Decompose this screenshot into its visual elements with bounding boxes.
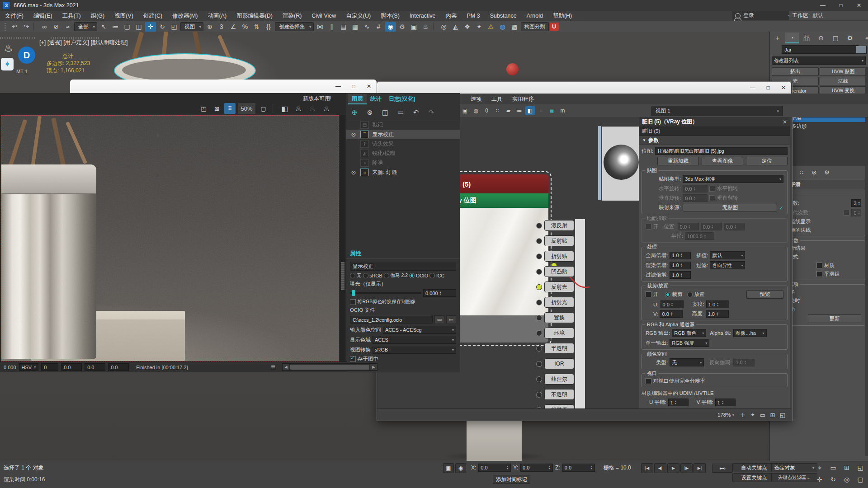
modify-tab[interactable]: ◔ xyxy=(785,33,799,43)
zoom-all-icon[interactable]: ⊞ xyxy=(841,462,853,473)
close-button[interactable]: ✕ xyxy=(776,82,791,93)
menu-item[interactable]: Civil View xyxy=(307,11,341,21)
previous-frame-button[interactable]: ◀| xyxy=(654,463,666,473)
menu-item[interactable]: 图形编辑器(D) xyxy=(231,11,278,21)
eye-icon[interactable]: ⊙ xyxy=(350,169,357,176)
key-filters-button[interactable]: 关键点过滤器... xyxy=(771,473,817,482)
filter-mult-spinner[interactable]: 1.0▲▼ xyxy=(670,271,691,279)
menu-item[interactable]: 自定义(U) xyxy=(341,11,376,21)
input-socket[interactable] xyxy=(536,223,542,229)
create-tab[interactable]: + xyxy=(771,33,784,43)
update-button[interactable]: 更新 xyxy=(808,314,861,323)
render-iterations-spinner[interactable]: 0▲▼ xyxy=(851,209,861,216)
add-time-tag-button[interactable]: 添加时间标记 xyxy=(493,475,530,484)
preview-button[interactable]: 预览 xyxy=(746,290,783,299)
view-tab[interactable]: 视图 1▾ xyxy=(651,106,783,116)
layer-row[interactable]: ▤ 戳记 xyxy=(346,120,460,130)
save-layer-tree-icon[interactable]: ◫ xyxy=(380,107,391,118)
minimize-button[interactable]: — xyxy=(330,81,346,92)
menu-item[interactable]: PM 3 xyxy=(462,11,485,21)
menu-item[interactable]: 文件(F) xyxy=(0,11,28,21)
reference-coordinate-dropdown[interactable]: 视图 xyxy=(180,22,203,31)
selection-filter-dropdown[interactable]: 全部 xyxy=(74,22,97,31)
menu-icon[interactable]: ≣ xyxy=(271,364,276,371)
input-socket[interactable] xyxy=(536,330,542,336)
menu-item[interactable]: 内容 xyxy=(441,11,462,21)
input-socket-row[interactable]: 菲涅尔 xyxy=(536,374,574,385)
input-socket-row[interactable]: 反射光 xyxy=(536,282,574,292)
make-unique-icon[interactable]: ∷ xyxy=(797,168,806,176)
select-and-scale-icon[interactable]: ◰ xyxy=(169,22,179,32)
vfb-panel-tab[interactable]: 图层 xyxy=(348,94,367,104)
select-object-icon[interactable]: ↖ xyxy=(98,22,109,32)
qr-code-icon[interactable]: ▩ xyxy=(509,22,520,32)
undo-icon[interactable]: ↶ xyxy=(9,22,20,32)
v-rotation-spinner[interactable]: 0.0▲▼ xyxy=(683,194,708,202)
bitmap-path-field[interactable]: H:\贴图\脏旧黑白图\脏旧 (5).jpg xyxy=(655,147,788,155)
vfb-vertical-scrollbar[interactable] xyxy=(340,115,345,361)
plugin-toolbar-icon[interactable]: ✦ xyxy=(474,22,485,32)
object-name-field[interactable]: Jar xyxy=(782,45,859,54)
zoom-icon[interactable]: ⌖ xyxy=(748,410,758,419)
scroll-right-arrow[interactable]: ▶ xyxy=(370,364,377,370)
zoom-50-button[interactable]: 50% xyxy=(237,103,256,114)
parameters-rollout[interactable]: ▼ 参数 xyxy=(639,136,790,145)
set-keys-button[interactable]: ⊷ xyxy=(712,464,733,473)
mapping-source-button[interactable]: 无贴图 xyxy=(683,204,777,211)
menu-item[interactable]: 帮助(H) xyxy=(548,11,577,21)
minimize-button[interactable]: — xyxy=(745,82,760,93)
named-selection-sets-dropdown[interactable]: 创建选择集 xyxy=(275,22,314,31)
login-circle-icon[interactable]: ◍ xyxy=(497,22,508,32)
clear-image-icon[interactable]: ⊠ xyxy=(211,103,222,114)
input-socket[interactable] xyxy=(536,376,542,382)
pos-z-spinner[interactable]: 0.0▲▼ xyxy=(724,223,745,230)
maximize-button[interactable]: □ xyxy=(760,82,776,93)
selection-lock-toggle[interactable]: ◉ xyxy=(455,463,466,473)
layer-row[interactable]: ◭ 锐化/模糊 xyxy=(346,149,460,158)
pan-icon[interactable]: ✛ xyxy=(814,474,826,485)
iterations-spinner[interactable]: 3▲▼ xyxy=(851,199,861,207)
redo-icon[interactable]: ↷ xyxy=(21,22,32,32)
color-mode-radio[interactable] xyxy=(350,273,355,278)
vfb-title-bar[interactable]: — □ ✕ xyxy=(70,80,377,93)
schematic-view-icon[interactable]: # xyxy=(373,22,384,32)
input-socket-row[interactable]: 不透明 xyxy=(536,389,574,400)
locate-button[interactable]: 定位 xyxy=(746,157,788,165)
pos-y-spinner[interactable]: 0.0▲▼ xyxy=(701,223,722,230)
modifier-button[interactable]: 挤出 xyxy=(772,67,819,76)
input-socket-row[interactable]: 环境 xyxy=(536,328,574,338)
render-ghost-icon[interactable]: ♨ xyxy=(307,103,319,114)
input-colorspace-dropdown[interactable]: ACES - ACEScg xyxy=(383,326,456,334)
eye-icon[interactable]: ⊙ xyxy=(350,131,357,138)
layer-row[interactable]: ⊙ ☼ 来源: 灯混 xyxy=(346,168,460,177)
alpha-source-dropdown[interactable]: 图像…ha xyxy=(733,329,767,337)
vfb-panel-tab[interactable]: 日志[汉化] xyxy=(385,94,419,104)
map-type-dropdown[interactable]: 3ds Max 标准 xyxy=(683,175,783,183)
modifier-button[interactable]: 法线 xyxy=(820,77,867,85)
vfb-settings-icon[interactable]: ⠿ xyxy=(224,103,236,114)
close-icon[interactable]: ✕ xyxy=(783,119,787,125)
menu-item[interactable]: 编辑(E) xyxy=(28,11,57,21)
angle-snap-icon[interactable]: ∠ xyxy=(228,22,239,32)
zoom-icon[interactable]: ⌖ xyxy=(814,462,826,473)
color-mode-radio[interactable] xyxy=(429,273,435,278)
close-button[interactable]: ✕ xyxy=(361,81,377,92)
modifier-list-dropdown[interactable]: 修改器列表 xyxy=(772,56,866,65)
hierarchy-tab[interactable]: 品 xyxy=(800,33,813,43)
ocio-path-field[interactable]: C:\aces_1.2\config.ocio xyxy=(350,316,433,324)
height-spinner[interactable]: 1.0▲▼ xyxy=(706,310,729,318)
width-spinner[interactable]: 1.0▲▼ xyxy=(706,300,729,308)
v-tile-spinner[interactable]: 1▲▼ xyxy=(715,399,736,406)
bake-checkbox[interactable] xyxy=(350,356,356,362)
layer-list-icon[interactable]: ≔ xyxy=(395,107,406,118)
input-socket[interactable] xyxy=(536,269,542,275)
render-production-icon[interactable]: ♨ xyxy=(321,103,333,114)
go-to-start-button[interactable]: |◀ xyxy=(641,463,653,473)
maximize-viewport-icon[interactable]: ▢ xyxy=(854,474,866,485)
percent-snap-icon[interactable]: % xyxy=(240,22,250,32)
rectangular-selection-icon[interactable]: ▢ xyxy=(122,22,132,32)
mono-output-dropdown[interactable]: RGB 强度 xyxy=(670,339,709,347)
vray-frame-buffer-icon[interactable]: ◭ xyxy=(450,22,461,32)
vray-toolbar-icon[interactable]: ◎ xyxy=(439,22,449,32)
input-socket[interactable] xyxy=(536,392,542,398)
